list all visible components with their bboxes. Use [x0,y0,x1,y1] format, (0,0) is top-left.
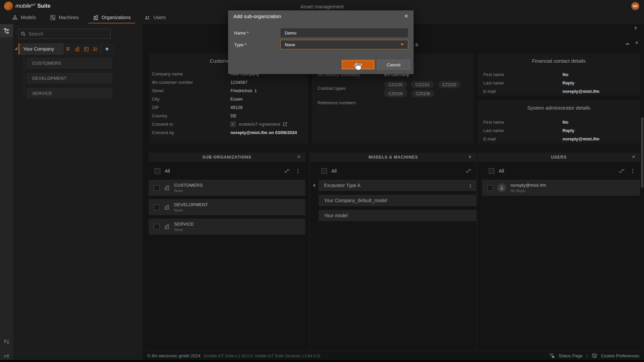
tab-organizations-label: Organizations [102,15,130,20]
collapse-panel-button[interactable] [625,41,630,47]
kebab-menu-icon[interactable]: ⋮ [296,168,301,174]
select-all-checkbox[interactable] [155,168,160,174]
name-input[interactable] [285,31,404,36]
search-box [18,29,111,39]
tab-users[interactable]: Users [140,12,170,23]
sub-org-name: CUSTOMERS [174,183,203,188]
contract-type-chip: CZ1100 [384,81,407,88]
tab-models[interactable]: Models [7,12,41,23]
tree-connector [24,55,24,93]
cookie-preferences-link[interactable]: Cookie Preferences [601,353,639,358]
tree-item-customers[interactable]: CUSTOMERS [27,58,112,69]
merge-arrows-icon[interactable] [619,169,625,173]
org-machines-button[interactable] [82,43,91,55]
select-all-row: All [310,165,476,177]
row-checkbox[interactable] [154,204,160,210]
model-row-excavator[interactable]: Excavator Type A 1 [319,180,476,191]
name-label: Name * [234,31,249,36]
row-checkbox[interactable] [154,185,160,191]
status-page-icon [549,353,555,358]
close-section-button[interactable]: ✕ [468,155,472,159]
user-email: noreply@miot.ifm [511,183,546,188]
tab-organizations[interactable]: Organizations [88,12,135,23]
sub-org-type: None [174,189,203,193]
select-all-checkbox[interactable] [321,168,327,174]
row-checkbox[interactable] [487,185,493,191]
org-details-button[interactable] [64,43,73,55]
field-value: No [562,72,568,77]
card-title: Financial contact details [478,54,640,64]
tree-expand-marker-icon[interactable] [14,47,17,50]
tree-root-label[interactable]: Your Company [18,43,64,55]
model-row-your-model[interactable]: Your model [319,210,476,221]
tab-machines-label: Machines [59,15,79,20]
rail-tree-toggle[interactable] [0,24,13,38]
tab-models-label: Models [21,15,36,20]
field-label: Last name [483,80,562,85]
merge-arrows-icon[interactable] [284,169,290,173]
model-row-default-model[interactable]: Your Company_default_model [319,195,476,206]
field-label: Contract types [318,86,346,91]
tree-item-service[interactable]: SERVICE [27,88,112,99]
scroll-to-top-button[interactable] [0,352,13,360]
field-value: Friedrichstr. 1 [230,88,257,93]
sub-org-row-customers[interactable]: CUSTOMERSNone [149,180,305,196]
column-divider [310,153,310,350]
model-name: Your Company_default_model [324,198,387,203]
name-field [280,28,408,38]
list-lines-icon [66,47,71,52]
consent-checkbox[interactable]: ✓ [230,122,235,127]
org-users-button[interactable] [91,43,100,55]
row-checkbox[interactable] [154,224,160,230]
close-panel-button[interactable]: ✕ [635,40,639,45]
toolbar-divider [101,45,101,53]
close-section-button[interactable]: ✕ [297,155,301,159]
help-icon[interactable]: ? [634,25,637,31]
field-label: First name [483,72,562,77]
external-link-icon[interactable] [283,122,287,126]
scroll-to-bottom-button[interactable] [0,338,13,346]
cancel-button[interactable]: Cancel [377,60,410,70]
field-label: Consent by [152,130,230,135]
scroll-bottom-icon [4,339,9,345]
kebab-menu-icon[interactable]: ⋮ [630,168,635,174]
merge-arrows-icon[interactable] [465,169,472,173]
org-suborgs-button[interactable] [73,43,82,55]
sub-organizations-section: SUB-ORGANIZATIONS ✕ All ⋮ CUSTOMERSNone … [149,153,305,238]
vertical-scrollbar[interactable] [641,117,643,188]
select-all-label: All [499,168,504,174]
close-section-button[interactable]: ✕ [632,155,635,159]
group-icon [93,47,98,51]
field-value: Essen [230,97,243,102]
sub-org-row-development[interactable]: DEVELOPMENTNone [149,199,305,215]
sub-org-row-service[interactable]: SERVICENone [149,219,305,235]
select-all-label: All [165,168,170,174]
models-list: Excavator Type A 1 Your Company_default_… [310,180,476,221]
tree-root-row[interactable]: Your Company + [18,43,115,55]
machines-icon [50,15,56,20]
user-avatar[interactable]: NR [631,2,639,10]
tab-machines[interactable]: Machines [45,12,84,23]
tree-connector [24,78,27,78]
footer: © ifm electronic gmbh 2024 (mobile IoT S… [147,351,640,360]
user-avatar-icon [497,183,506,192]
field-value: noreply@miot.ifm [562,136,599,141]
type-select[interactable]: None [280,40,408,49]
section-title: MODELS & MACHINES [369,155,418,160]
add-sub-organization-button[interactable]: + [102,43,112,55]
status-page-link[interactable]: Status Page [559,353,583,358]
sub-org-type: None [174,228,194,232]
card-title: System administrator details [478,101,640,111]
expand-arrow-icon[interactable] [314,184,316,187]
scroll-top-icon [4,353,9,359]
field-label: ZIP [152,105,230,110]
user-row[interactable]: noreply@miot.ifmNo Reply [482,180,640,196]
tree-item-development[interactable]: DEVELOPMENT [27,73,112,84]
consent-agreement-link[interactable]: mobileIoT Agreement [239,122,280,127]
financial-contact-card: Financial contact details First nameNo L… [478,54,640,96]
dialog-close-icon[interactable]: ✕ [404,13,408,19]
field-value: 45128 [230,105,243,110]
select-all-checkbox[interactable] [489,168,494,174]
sysadmin-fields: First nameNo Last nameReply E-mailnorepl… [483,118,637,143]
search-input[interactable] [29,31,108,37]
